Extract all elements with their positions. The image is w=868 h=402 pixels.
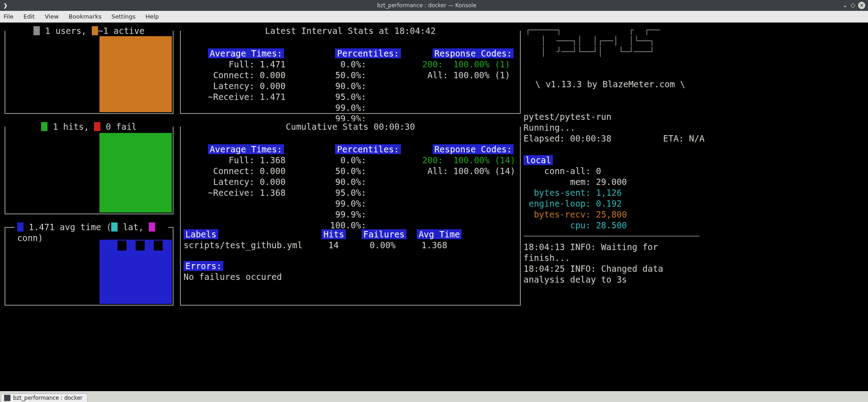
row0-fail: 0.00% (370, 240, 396, 250)
log-line-0: 18:04:13 INFO: Waiting for finish... (524, 242, 663, 263)
panel-cumulative: Cumulative Stats 00:00:30 Average Times:… (180, 127, 521, 306)
row0-avg: 1.368 (421, 240, 447, 250)
errors-header: Errors: (184, 261, 223, 271)
marker-hits-icon (41, 122, 47, 131)
lat-label: lat, (118, 222, 149, 232)
stat-bsent-k: bytes-sent: (534, 188, 591, 198)
window-minimize-button[interactable]: ⌄ (842, 2, 848, 9)
interval-code-all: 100.00% (1) (453, 70, 510, 80)
panel-users: 1 users, ~1 active (5, 31, 174, 114)
marker-fail-icon (94, 122, 100, 131)
stat-brecv-v: 25,800 (596, 209, 627, 219)
marker-avgtime-icon (17, 222, 24, 232)
users-count: 1 users, (40, 26, 91, 36)
log-line-1: 18:04:25 INFO: Changed data analysis del… (524, 264, 668, 284)
cum-avg-full: 1.368 (259, 155, 285, 165)
cum-avg-header: Average Times: (208, 144, 284, 154)
cum-avg-latency: 0.000 (259, 177, 285, 187)
hits-count: 1 hits, (47, 122, 94, 132)
taurus-ascii-logo: ┌─────┐ ┌ ┌── │ ───┐│ │┌──│ │└──┐ │ ┘──┘… (525, 24, 660, 57)
latest-interval-title: Latest Interval Stats at 18:04:42 (181, 25, 520, 36)
window-titlebar: ❯ bzt_performance : docker — Konsole ⌄ ◇… (0, 0, 868, 11)
interval-pct-header: Percentiles: (335, 48, 401, 58)
avgtime-notch2 (136, 241, 145, 251)
run-state: Running... (524, 123, 575, 132)
stat-connall-v: 0 (596, 166, 601, 176)
panel-hits-caption: 1 hits, 0 fail (5, 121, 173, 132)
interval-avg-receive: 1.471 (259, 92, 285, 102)
stat-mem-k: mem: (570, 177, 591, 187)
avgtime-notch1 (154, 241, 163, 251)
menu-help[interactable]: Help (146, 13, 159, 20)
fail-count: 0 fail (100, 122, 137, 132)
avgtime-notch3 (118, 241, 127, 251)
stat-loop-k: engine-loop: (528, 199, 590, 208)
stat-cpu-v: 28.500 (596, 220, 627, 230)
cum-pct-header: Percentiles: (335, 144, 401, 154)
row0-label: scripts/test_github.yml (184, 240, 302, 250)
marker-lat-icon (111, 222, 118, 232)
stat-mem-v: 29.000 (596, 177, 627, 187)
panel-latest-interval: Latest Interval Stats at 18:04:42 Averag… (180, 31, 521, 114)
menu-settings[interactable]: Settings (111, 13, 135, 20)
marker-users-icon (33, 26, 40, 35)
th-labels: Labels (184, 229, 218, 239)
th-avg: Avg Time (417, 229, 462, 239)
stat-bsent-v: 1,126 (596, 188, 622, 198)
local-header: local (524, 155, 553, 165)
active-count: ~1 active (98, 26, 145, 36)
interval-avg-connect: 0.000 (259, 70, 285, 80)
menubar: File Edit View Bookmarks Settings Help (0, 11, 868, 23)
stat-cpu-k: cpu: (570, 220, 591, 230)
conn-label: conn) (17, 233, 43, 243)
marker-active-icon (92, 26, 98, 35)
cum-code-200: 100.00% (14) (453, 155, 515, 165)
th-fail: Failures (362, 229, 407, 239)
panel-avgtime: 1.471 avg time ( lat, conn) (5, 227, 174, 306)
row0-hits: 14 (328, 240, 339, 250)
interval-avg-full: 1.471 (259, 59, 285, 69)
stat-brecv-k: bytes-recv: (534, 209, 591, 219)
version-line: \ v1.13.3 by BlazeMeter.com \ (535, 79, 685, 90)
menu-view[interactable]: View (45, 13, 59, 20)
elapsed: Elapsed: 00:00:38 (524, 133, 611, 143)
tabstrip: bzt_performance : docker (0, 391, 868, 402)
cum-avg-connect: 0.000 (259, 166, 285, 176)
stat-loop-v: 0.192 (596, 199, 622, 208)
menu-edit[interactable]: Edit (24, 13, 35, 20)
avgtime-value: 1.471 avg time ( (24, 222, 111, 232)
tab-label: bzt_performance : docker (13, 395, 83, 401)
run-name: pytest/pytest-run (524, 112, 611, 122)
window-maximize-button[interactable]: ◇ (850, 2, 855, 9)
window-close-button[interactable]: ✕ (858, 2, 865, 9)
marker-conn-icon (149, 222, 155, 232)
users-chart-bar (99, 36, 172, 112)
th-hits: Hits (321, 229, 346, 239)
hits-chart-bar (99, 133, 172, 213)
tab-terminal-icon (4, 395, 10, 401)
tab-bzt-performance[interactable]: bzt_performance : docker (1, 393, 88, 402)
terminal-blank-area (0, 332, 868, 391)
stat-connall-k: conn-all: (544, 166, 591, 176)
eta: ETA: N/A (663, 133, 705, 143)
terminal-output[interactable]: ┌─────┐ ┌ ┌── │ ───┐│ │┌──│ │└──┐ │ ┘──┘… (0, 23, 868, 332)
app-icon: ❯ (0, 0, 11, 11)
interval-avg-latency: 0.000 (259, 81, 285, 91)
cum-code-all: 100.00% (14) (453, 166, 515, 176)
menu-file[interactable]: File (4, 13, 14, 20)
cum-avg-receive: 1.368 (259, 188, 285, 198)
window-title: bzt_performance : docker — Konsole (11, 2, 842, 9)
panel-users-caption: 1 users, ~1 active (5, 25, 173, 36)
panel-hits: 1 hits, 0 fail (5, 127, 174, 214)
menu-bookmarks[interactable]: Bookmarks (69, 13, 102, 20)
cumulative-title: Cumulative Stats 00:00:30 (181, 121, 520, 132)
interval-code-200: 100.00% (1) (453, 59, 510, 69)
interval-avg-header: Average Times: (208, 48, 284, 58)
errors-text: No failures occured (184, 272, 282, 282)
cum-codes-header: Response Codes: (433, 144, 514, 154)
interval-codes-header: Response Codes: (433, 48, 514, 58)
